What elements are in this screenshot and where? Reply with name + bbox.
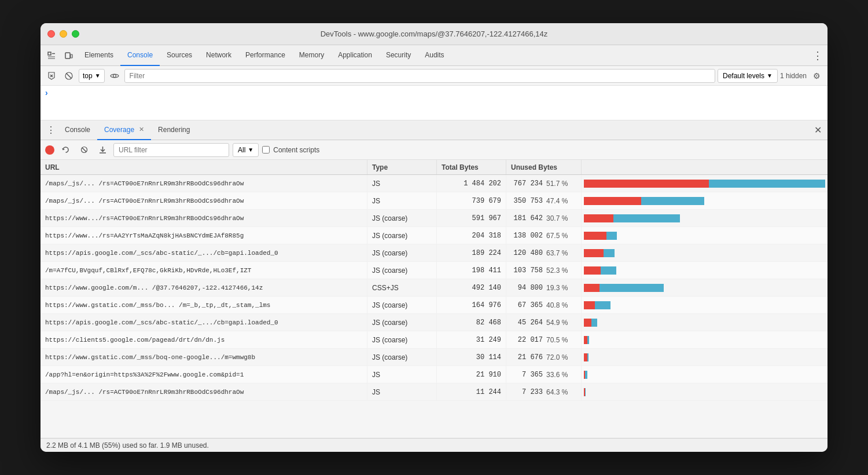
cell-type: CSS+JS bbox=[367, 279, 437, 296]
console-toolbar: top ▼ Default levels ▼ 1 hidden ⚙ bbox=[41, 66, 827, 86]
panel-tab-coverage[interactable]: Coverage ✕ bbox=[97, 120, 151, 140]
cell-bar bbox=[582, 349, 827, 366]
cell-bar bbox=[582, 175, 827, 192]
table-row[interactable]: /maps/_js/... /rs=ACT90oE7nRnrLR9m3hrRBo… bbox=[41, 383, 827, 401]
bar-used bbox=[709, 180, 825, 188]
bar-unused bbox=[584, 214, 613, 222]
tab-audits[interactable]: Audits bbox=[418, 45, 451, 66]
table-row[interactable]: https://www.gstatic.com/_mss/bo... /m=_b… bbox=[41, 297, 827, 314]
traffic-lights bbox=[47, 30, 79, 38]
unused-pct: 67.5 % bbox=[546, 232, 569, 240]
stop-recording-icon[interactable] bbox=[76, 142, 91, 158]
levels-selector[interactable]: Default levels ▼ bbox=[718, 69, 778, 83]
tab-application[interactable]: Application bbox=[331, 45, 379, 66]
cell-total-bytes: 198 411 bbox=[437, 262, 506, 279]
stop-icon[interactable] bbox=[61, 68, 76, 83]
usage-bar bbox=[584, 371, 825, 379]
close-panel-button[interactable]: ✕ bbox=[810, 123, 825, 138]
table-row[interactable]: https://apis.google.com/_scs/abc-static/… bbox=[41, 314, 827, 331]
reload-icon[interactable] bbox=[58, 142, 73, 158]
cell-total-bytes: 1 484 202 bbox=[437, 175, 506, 192]
cell-url: https://www.google.com/m... /@37.7646207… bbox=[41, 279, 367, 296]
tab-sources[interactable]: Sources bbox=[160, 45, 199, 66]
cell-total-bytes: 11 244 bbox=[437, 383, 506, 400]
cell-type: JS (coarse) bbox=[367, 227, 437, 244]
clear-console-icon[interactable] bbox=[44, 68, 59, 83]
table-row[interactable]: https://www.../rs=ACT90oE7nRnrLR9m3hrRBo… bbox=[41, 210, 827, 227]
cell-unused-bytes: 767 234 51.7 % bbox=[506, 175, 582, 192]
bar-used bbox=[585, 371, 587, 379]
table-row[interactable]: https://apis.google.com/_scs/abc-static/… bbox=[41, 244, 827, 262]
close-button[interactable] bbox=[47, 30, 55, 38]
coverage-tab-close-icon[interactable]: ✕ bbox=[139, 126, 144, 133]
content-scripts-label[interactable]: Content scripts bbox=[262, 146, 319, 154]
cell-type: JS (coarse) bbox=[367, 244, 437, 261]
cell-unused-bytes: 120 480 63.7 % bbox=[506, 244, 582, 261]
content-scripts-checkbox[interactable] bbox=[262, 146, 270, 154]
cell-type: JS bbox=[367, 366, 437, 383]
cell-bar bbox=[582, 227, 827, 244]
table-row[interactable]: /maps/_js/... /rs=ACT90oE7nRnrLR9m3hrRBo… bbox=[41, 175, 827, 192]
cell-unused-bytes: 94 800 19.3 % bbox=[506, 279, 582, 296]
minimize-button[interactable] bbox=[60, 30, 67, 38]
unused-num: 7 233 bbox=[511, 388, 543, 396]
panel-tab-console[interactable]: Console bbox=[58, 120, 97, 140]
bar-unused bbox=[584, 301, 595, 309]
status-text: 2.2 MB of 4.1 MB (55%) used so far. 1.9 … bbox=[46, 441, 209, 450]
usage-bar bbox=[584, 336, 825, 344]
cell-url: https://clients5.google.com/pagead/drt/d… bbox=[41, 331, 367, 348]
cell-total-bytes: 31 249 bbox=[437, 331, 506, 348]
table-row[interactable]: https://www.google.com/m... /@37.7646207… bbox=[41, 279, 827, 297]
col-type: Type bbox=[367, 160, 437, 174]
table-row[interactable]: https://www.gstatic.com/_mss/boq-one-goo… bbox=[41, 349, 827, 366]
tab-performance[interactable]: Performance bbox=[238, 45, 292, 66]
cell-url: /m=A7fCU,BVgquf,CBlRxf,EFQ78c,GkRiKb,HDv… bbox=[41, 262, 367, 279]
tab-memory[interactable]: Memory bbox=[292, 45, 331, 66]
download-icon[interactable] bbox=[95, 142, 110, 158]
tab-elements[interactable]: Elements bbox=[78, 45, 120, 66]
record-button[interactable] bbox=[45, 145, 54, 155]
bar-unused bbox=[584, 180, 709, 188]
table-body: /maps/_js/... /rs=ACT90oE7nRnrLR9m3hrRBo… bbox=[41, 175, 827, 401]
settings-icon[interactable]: ⚙ bbox=[809, 68, 824, 83]
table-row[interactable]: /app?hl=en&origin=https%3A%2F%2Fwww.goog… bbox=[41, 366, 827, 383]
chevron-down-icon-type: ▼ bbox=[248, 147, 253, 153]
table-row[interactable]: /maps/_js/... /rs=ACT90oE7nRnrLR9m3hrRBo… bbox=[41, 192, 827, 210]
tab-console[interactable]: Console bbox=[120, 45, 160, 66]
cell-unused-bytes: 67 365 40.8 % bbox=[506, 297, 582, 313]
tab-security[interactable]: Security bbox=[379, 45, 418, 66]
panel-tab-rendering[interactable]: Rendering bbox=[151, 120, 197, 140]
cell-type: JS (coarse) bbox=[367, 331, 437, 348]
cell-total-bytes: 189 224 bbox=[437, 244, 506, 261]
cell-url: https://apis.google.com/_scs/abc-static/… bbox=[41, 314, 367, 331]
table-row[interactable]: /m=A7fCU,BVgquf,CBlRxf,EFQ78c,GkRiKb,HDv… bbox=[41, 262, 827, 279]
unused-num: 7 365 bbox=[511, 371, 543, 379]
console-caret[interactable]: › bbox=[45, 88, 48, 97]
context-value: top bbox=[83, 72, 93, 80]
more-tabs-button[interactable]: ⋮ bbox=[809, 48, 825, 64]
url-filter-input[interactable] bbox=[113, 143, 229, 157]
table-row[interactable]: https://clients5.google.com/pagead/drt/d… bbox=[41, 331, 827, 349]
unused-num: 94 800 bbox=[511, 284, 543, 292]
cell-type: JS bbox=[367, 383, 437, 400]
cell-total-bytes: 591 967 bbox=[437, 210, 506, 226]
device-toolbar-icon[interactable] bbox=[61, 48, 77, 64]
panel-tabs-bar: ⋮ Console Coverage ✕ Rendering ✕ bbox=[41, 120, 827, 140]
chevron-down-icon-levels: ▼ bbox=[767, 72, 773, 79]
filter-input[interactable] bbox=[124, 69, 715, 83]
usage-bar bbox=[584, 180, 825, 188]
usage-bar bbox=[584, 197, 825, 205]
svg-rect-4 bbox=[65, 53, 70, 59]
unused-pct: 72.0 % bbox=[546, 353, 569, 361]
usage-bar bbox=[584, 301, 825, 309]
cell-bar bbox=[582, 297, 827, 313]
cell-type: JS (coarse) bbox=[367, 262, 437, 279]
eye-icon[interactable] bbox=[107, 68, 122, 83]
maximize-button[interactable] bbox=[72, 30, 79, 38]
inspect-element-icon[interactable] bbox=[43, 48, 60, 64]
type-selector[interactable]: All ▼ bbox=[233, 143, 259, 157]
tab-network[interactable]: Network bbox=[199, 45, 238, 66]
table-row[interactable]: https://www.../rs=AA2YrTsMaAZqN8kjHAsBNC… bbox=[41, 227, 827, 244]
panel-more-icon[interactable]: ⋮ bbox=[43, 123, 58, 138]
context-selector[interactable]: top ▼ bbox=[79, 69, 105, 83]
